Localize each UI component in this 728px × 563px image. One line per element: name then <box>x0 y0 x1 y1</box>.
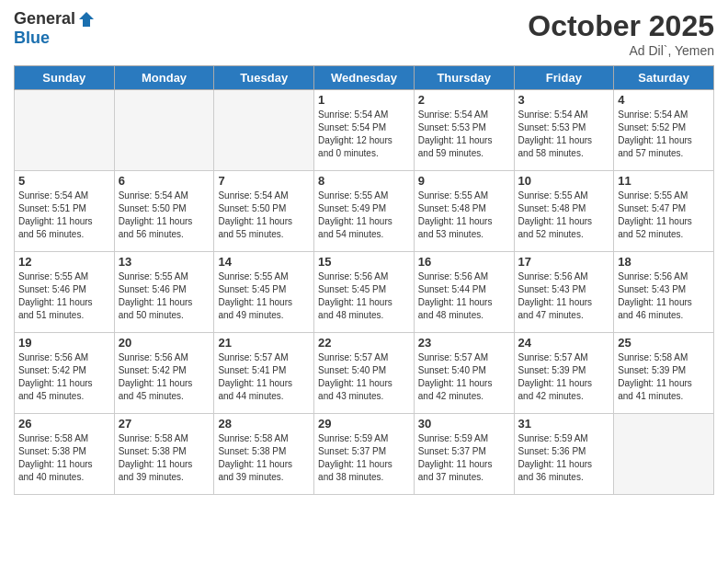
calendar-week-row: 19Sunrise: 5:56 AM Sunset: 5:42 PM Dayli… <box>15 333 714 414</box>
day-info: Sunrise: 5:59 AM Sunset: 5:36 PM Dayligh… <box>518 432 610 484</box>
calendar-header-row: SundayMondayTuesdayWednesdayThursdayFrid… <box>15 66 714 90</box>
day-info: Sunrise: 5:58 AM Sunset: 5:39 PM Dayligh… <box>618 351 710 403</box>
calendar-cell: 8Sunrise: 5:55 AM Sunset: 5:49 PM Daylig… <box>314 171 415 252</box>
day-info: Sunrise: 5:59 AM Sunset: 5:37 PM Dayligh… <box>418 432 510 484</box>
day-of-week-header: Tuesday <box>214 66 314 90</box>
calendar-cell: 18Sunrise: 5:56 AM Sunset: 5:43 PM Dayli… <box>614 252 714 333</box>
day-number: 22 <box>318 336 410 350</box>
day-number: 11 <box>618 174 710 188</box>
day-number: 24 <box>518 336 610 350</box>
day-info: Sunrise: 5:58 AM Sunset: 5:38 PM Dayligh… <box>119 432 210 484</box>
calendar-cell: 16Sunrise: 5:56 AM Sunset: 5:44 PM Dayli… <box>414 252 514 333</box>
day-number: 13 <box>119 255 210 269</box>
day-number: 2 <box>418 93 510 107</box>
calendar-cell: 11Sunrise: 5:55 AM Sunset: 5:47 PM Dayli… <box>614 171 714 252</box>
calendar-cell: 30Sunrise: 5:59 AM Sunset: 5:37 PM Dayli… <box>414 414 514 495</box>
logo-general-text: General <box>14 9 75 29</box>
day-info: Sunrise: 5:55 AM Sunset: 5:49 PM Dayligh… <box>318 190 410 241</box>
day-info: Sunrise: 5:57 AM Sunset: 5:41 PM Dayligh… <box>218 351 310 403</box>
calendar-cell: 24Sunrise: 5:57 AM Sunset: 5:39 PM Dayli… <box>514 333 614 414</box>
calendar-week-row: 12Sunrise: 5:55 AM Sunset: 5:46 PM Dayli… <box>15 252 714 333</box>
calendar-cell: 23Sunrise: 5:57 AM Sunset: 5:40 PM Dayli… <box>414 333 514 414</box>
day-number: 15 <box>318 255 410 269</box>
day-number: 14 <box>218 255 310 269</box>
day-info: Sunrise: 5:57 AM Sunset: 5:40 PM Dayligh… <box>318 351 410 403</box>
day-number: 29 <box>318 417 410 431</box>
calendar-cell <box>114 90 214 171</box>
header: General Blue October 2025 Ad Dil`, Yemen <box>14 9 714 58</box>
calendar-cell: 15Sunrise: 5:56 AM Sunset: 5:45 PM Dayli… <box>314 252 415 333</box>
day-info: Sunrise: 5:55 AM Sunset: 5:46 PM Dayligh… <box>119 270 210 322</box>
day-of-week-header: Saturday <box>614 66 714 90</box>
calendar-cell: 20Sunrise: 5:56 AM Sunset: 5:42 PM Dayli… <box>114 333 214 414</box>
calendar-cell: 19Sunrise: 5:56 AM Sunset: 5:42 PM Dayli… <box>15 333 115 414</box>
day-info: Sunrise: 5:58 AM Sunset: 5:38 PM Dayligh… <box>18 432 110 484</box>
calendar-cell: 22Sunrise: 5:57 AM Sunset: 5:40 PM Dayli… <box>314 333 415 414</box>
day-of-week-header: Thursday <box>414 66 514 90</box>
day-info: Sunrise: 5:54 AM Sunset: 5:54 PM Dayligh… <box>318 109 410 160</box>
day-info: Sunrise: 5:54 AM Sunset: 5:51 PM Dayligh… <box>18 190 110 241</box>
month-title: October 2025 <box>528 9 714 43</box>
location: Ad Dil`, Yemen <box>528 43 714 58</box>
day-number: 25 <box>618 336 710 350</box>
day-info: Sunrise: 5:55 AM Sunset: 5:46 PM Dayligh… <box>18 270 110 322</box>
day-number: 16 <box>418 255 510 269</box>
calendar-cell: 9Sunrise: 5:55 AM Sunset: 5:48 PM Daylig… <box>414 171 514 252</box>
day-info: Sunrise: 5:55 AM Sunset: 5:48 PM Dayligh… <box>518 190 610 241</box>
calendar-cell: 2Sunrise: 5:54 AM Sunset: 5:53 PM Daylig… <box>414 90 514 171</box>
day-number: 5 <box>18 174 110 188</box>
calendar-cell: 25Sunrise: 5:58 AM Sunset: 5:39 PM Dayli… <box>614 333 714 414</box>
day-number: 18 <box>618 255 710 269</box>
logo: General Blue <box>14 9 96 48</box>
calendar-cell: 10Sunrise: 5:55 AM Sunset: 5:48 PM Dayli… <box>514 171 614 252</box>
day-number: 8 <box>318 174 410 188</box>
calendar-cell: 12Sunrise: 5:55 AM Sunset: 5:46 PM Dayli… <box>15 252 115 333</box>
day-info: Sunrise: 5:55 AM Sunset: 5:47 PM Dayligh… <box>618 190 710 241</box>
page-container: General Blue October 2025 Ad Dil`, Yemen… <box>0 0 728 504</box>
day-info: Sunrise: 5:56 AM Sunset: 5:42 PM Dayligh… <box>18 351 110 403</box>
day-info: Sunrise: 5:54 AM Sunset: 5:50 PM Dayligh… <box>119 190 210 241</box>
day-info: Sunrise: 5:54 AM Sunset: 5:53 PM Dayligh… <box>518 109 610 160</box>
day-info: Sunrise: 5:56 AM Sunset: 5:43 PM Dayligh… <box>518 270 610 322</box>
day-info: Sunrise: 5:54 AM Sunset: 5:53 PM Dayligh… <box>418 109 510 160</box>
calendar-cell: 5Sunrise: 5:54 AM Sunset: 5:51 PM Daylig… <box>15 171 115 252</box>
day-info: Sunrise: 5:56 AM Sunset: 5:43 PM Dayligh… <box>618 270 710 322</box>
calendar-cell: 1Sunrise: 5:54 AM Sunset: 5:54 PM Daylig… <box>314 90 415 171</box>
day-info: Sunrise: 5:58 AM Sunset: 5:38 PM Dayligh… <box>218 432 310 484</box>
logo-blue-text: Blue <box>14 29 50 48</box>
calendar-cell: 26Sunrise: 5:58 AM Sunset: 5:38 PM Dayli… <box>15 414 115 495</box>
day-number: 27 <box>119 417 210 431</box>
svg-marker-0 <box>79 12 94 27</box>
day-info: Sunrise: 5:54 AM Sunset: 5:50 PM Dayligh… <box>218 190 310 241</box>
calendar-week-row: 5Sunrise: 5:54 AM Sunset: 5:51 PM Daylig… <box>15 171 714 252</box>
day-number: 10 <box>518 174 610 188</box>
day-number: 19 <box>18 336 110 350</box>
day-info: Sunrise: 5:56 AM Sunset: 5:42 PM Dayligh… <box>119 351 210 403</box>
day-number: 7 <box>218 174 310 188</box>
calendar-cell <box>15 90 115 171</box>
day-info: Sunrise: 5:57 AM Sunset: 5:39 PM Dayligh… <box>518 351 610 403</box>
logo-icon <box>77 10 96 29</box>
day-info: Sunrise: 5:54 AM Sunset: 5:52 PM Dayligh… <box>618 109 710 160</box>
day-number: 17 <box>518 255 610 269</box>
day-number: 28 <box>218 417 310 431</box>
day-info: Sunrise: 5:56 AM Sunset: 5:44 PM Dayligh… <box>418 270 510 322</box>
day-number: 1 <box>318 93 410 107</box>
day-number: 9 <box>418 174 510 188</box>
day-info: Sunrise: 5:55 AM Sunset: 5:48 PM Dayligh… <box>418 190 510 241</box>
calendar-cell: 4Sunrise: 5:54 AM Sunset: 5:52 PM Daylig… <box>614 90 714 171</box>
calendar-cell: 14Sunrise: 5:55 AM Sunset: 5:45 PM Dayli… <box>214 252 314 333</box>
day-info: Sunrise: 5:57 AM Sunset: 5:40 PM Dayligh… <box>418 351 510 403</box>
calendar-cell: 27Sunrise: 5:58 AM Sunset: 5:38 PM Dayli… <box>114 414 214 495</box>
day-of-week-header: Friday <box>514 66 614 90</box>
day-of-week-header: Sunday <box>15 66 115 90</box>
day-info: Sunrise: 5:55 AM Sunset: 5:45 PM Dayligh… <box>218 270 310 322</box>
calendar-cell: 13Sunrise: 5:55 AM Sunset: 5:46 PM Dayli… <box>114 252 214 333</box>
day-number: 12 <box>18 255 110 269</box>
day-number: 20 <box>119 336 210 350</box>
calendar-week-row: 1Sunrise: 5:54 AM Sunset: 5:54 PM Daylig… <box>15 90 714 171</box>
day-info: Sunrise: 5:59 AM Sunset: 5:37 PM Dayligh… <box>318 432 410 484</box>
calendar-cell: 3Sunrise: 5:54 AM Sunset: 5:53 PM Daylig… <box>514 90 614 171</box>
day-number: 6 <box>119 174 210 188</box>
day-number: 26 <box>18 417 110 431</box>
